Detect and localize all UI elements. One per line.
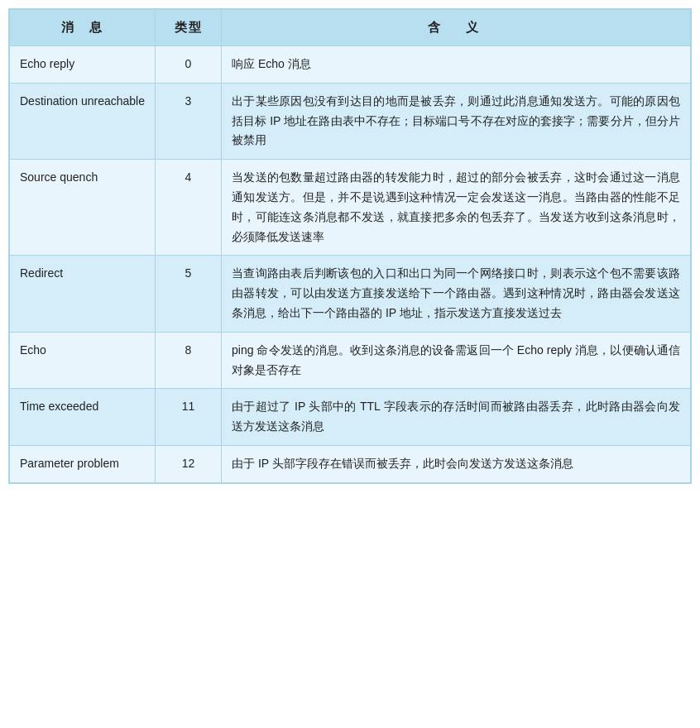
cell-message: Source quench: [10, 160, 156, 256]
table-body: Echo reply0响应 Echo 消息Destination unreach…: [10, 46, 691, 483]
cell-meaning: 当发送的包数量超过路由器的转发能力时，超过的部分会被丢弃，这时会通过这一消息通知…: [222, 160, 691, 256]
cell-meaning: ping 命令发送的消息。收到这条消息的设备需返回一个 Echo reply 消…: [222, 332, 691, 389]
table-row: Echo8ping 命令发送的消息。收到这条消息的设备需返回一个 Echo re…: [10, 332, 691, 389]
header-meaning: 含 义: [222, 10, 691, 46]
cell-meaning: 当查询路由表后判断该包的入口和出口为同一个网络接口时，则表示这个包不需要该路由器…: [222, 256, 691, 332]
cell-meaning: 出于某些原因包没有到达目的地而是被丢弃，则通过此消息通知发送方。可能的原因包括目…: [222, 83, 691, 159]
table-row: Redirect5当查询路由表后判断该包的入口和出口为同一个网络接口时，则表示这…: [10, 256, 691, 332]
cell-message: Echo: [10, 332, 156, 389]
cell-type: 12: [156, 445, 222, 482]
cell-message: Echo reply: [10, 46, 156, 84]
cell-type: 11: [156, 389, 222, 446]
table-header: 消 息 类型 含 义: [10, 10, 691, 46]
cell-type: 4: [156, 160, 222, 256]
cell-type: 8: [156, 332, 222, 389]
cell-type: 3: [156, 83, 222, 159]
table-row: Source quench4当发送的包数量超过路由器的转发能力时，超过的部分会被…: [10, 160, 691, 256]
table-row: Time exceeded11由于超过了 IP 头部中的 TTL 字段表示的存活…: [10, 389, 691, 446]
header-message: 消 息: [10, 10, 156, 46]
cell-meaning: 响应 Echo 消息: [222, 46, 691, 84]
table-row: Echo reply0响应 Echo 消息: [10, 46, 691, 84]
cell-message: Parameter problem: [10, 445, 156, 482]
cell-type: 0: [156, 46, 222, 84]
cell-message: Redirect: [10, 256, 156, 332]
header-type: 类型: [156, 10, 222, 46]
table-row: Parameter problem12由于 IP 头部字段存在错误而被丢弃，此时…: [10, 445, 691, 482]
cell-message: Time exceeded: [10, 389, 156, 446]
cell-meaning: 由于 IP 头部字段存在错误而被丢弃，此时会向发送方发送这条消息: [222, 445, 691, 482]
cell-type: 5: [156, 256, 222, 332]
table-row: Destination unreachable3出于某些原因包没有到达目的地而是…: [10, 83, 691, 159]
cell-meaning: 由于超过了 IP 头部中的 TTL 字段表示的存活时间而被路由器丢弃，此时路由器…: [222, 389, 691, 446]
cell-message: Destination unreachable: [10, 83, 156, 159]
icmp-table: 消 息 类型 含 义 Echo reply0响应 Echo 消息Destinat…: [8, 8, 692, 484]
